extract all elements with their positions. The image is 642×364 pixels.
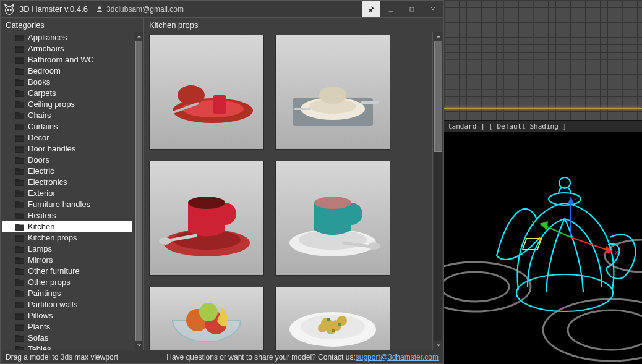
category-item[interactable]: Tables (2, 344, 132, 350)
category-item[interactable]: Other props (2, 277, 132, 288)
category-item[interactable]: Appliances (2, 32, 132, 43)
category-label: Electronics (28, 177, 67, 187)
folder-icon (15, 79, 24, 86)
category-item[interactable]: Books (2, 77, 132, 88)
title-bar[interactable]: 3D Hamster v.0.4.6 3dclubsam@gmail.com (1, 1, 443, 18)
svg-marker-115 (539, 221, 548, 230)
folder-icon (15, 179, 24, 186)
app-logo-icon (1, 1, 18, 18)
svg-rect-39 (15, 224, 19, 226)
close-button[interactable] (422, 1, 443, 17)
category-item[interactable]: Partition walls (2, 299, 132, 310)
category-item[interactable]: Furniture handles (2, 199, 132, 210)
folder-icon (15, 213, 24, 219)
category-item[interactable]: Ceiling props (2, 99, 132, 110)
category-item[interactable]: Pillows (2, 310, 132, 321)
category-item[interactable]: Mirrors (2, 255, 132, 266)
category-list[interactable]: AppliancesArmchairsBathroom and WCBedroo… (1, 32, 134, 350)
scroll-up-icon[interactable] (134, 32, 143, 41)
user-account[interactable]: 3dclubsam@gmail.com (95, 5, 184, 14)
category-item[interactable]: Other furniture (2, 266, 132, 277)
category-item[interactable]: Armchairs (2, 43, 132, 54)
svg-point-68 (178, 85, 205, 105)
folder-icon (15, 101, 24, 108)
category-label: Other furniture (28, 266, 80, 276)
category-label: Chairs (28, 111, 51, 121)
scroll-handle[interactable] (135, 41, 142, 341)
svg-rect-21 (15, 124, 19, 125)
svg-point-1 (7, 9, 9, 11)
svg-text:z: z (574, 195, 578, 203)
thumbnail-fruit-bowl[interactable] (149, 287, 264, 350)
thumbnail-red-dinnerware-set[interactable] (149, 35, 264, 150)
folder-icon (15, 246, 24, 253)
svg-rect-5 (15, 35, 19, 36)
maximize-icon (408, 6, 416, 13)
svg-rect-51 (15, 290, 19, 292)
category-label: Ceiling props (28, 99, 75, 109)
svg-rect-47 (15, 268, 19, 270)
thumbnail-red-cup-saucer[interactable] (149, 161, 264, 276)
thumbnail-beige-dinnerware-set[interactable] (275, 35, 390, 150)
category-item[interactable]: Kitchen (2, 221, 132, 232)
category-item[interactable]: Decor (2, 132, 132, 143)
maximize-button[interactable] (401, 1, 422, 17)
category-item[interactable]: Chairs (2, 110, 132, 121)
folder-icon (15, 157, 24, 164)
category-item[interactable]: Exterior (2, 188, 132, 199)
category-label: Sofas (28, 333, 48, 343)
svg-rect-11 (15, 68, 19, 70)
category-item[interactable]: Electric (2, 166, 132, 177)
svg-rect-59 (15, 335, 19, 337)
folder-icon (15, 112, 24, 119)
category-item[interactable]: Door handles (2, 143, 132, 154)
scroll-handle[interactable] (434, 41, 442, 152)
minimize-icon (387, 6, 395, 13)
svg-rect-75 (361, 101, 379, 104)
scroll-down-icon[interactable] (433, 341, 443, 350)
category-item[interactable]: Kitchen props (2, 232, 132, 243)
svg-line-111 (571, 237, 610, 251)
scroll-down-icon[interactable] (134, 341, 143, 350)
thumbnail-grid (144, 32, 432, 350)
scroll-up-icon[interactable] (433, 32, 443, 41)
category-label: Paintings (28, 289, 61, 298)
category-item[interactable]: Electronics (2, 177, 132, 188)
category-label: Armchairs (28, 44, 64, 54)
minimize-button[interactable] (380, 1, 401, 17)
category-label: Furniture handles (28, 200, 90, 210)
category-scrollbar[interactable] (134, 32, 143, 350)
svg-rect-117 (523, 239, 542, 250)
category-item[interactable]: Sofas (2, 332, 132, 344)
category-label: Kitchen props (28, 233, 77, 243)
svg-rect-45 (15, 257, 19, 259)
viewport-label[interactable]: tandard ] [ Default Shading ] (444, 120, 642, 132)
viewport-grid-top[interactable] (444, 0, 642, 120)
close-icon (429, 6, 437, 13)
category-item[interactable]: Curtains (2, 121, 132, 132)
category-label: Appliances (28, 33, 67, 43)
svg-point-97 (327, 318, 330, 321)
category-item[interactable]: Lamps (2, 243, 132, 255)
svg-rect-61 (15, 346, 19, 348)
category-item[interactable]: Plants (2, 321, 132, 332)
category-label: Curtains (28, 122, 58, 132)
max-viewport[interactable]: tandard ] [ Default Shading ] (444, 0, 642, 364)
pin-button[interactable] (362, 1, 380, 17)
category-item[interactable]: Heaters (2, 210, 132, 221)
thumbnail-pasta-plate[interactable] (275, 287, 390, 350)
category-label: Decor (28, 133, 49, 143)
category-item[interactable]: Bedroom (2, 66, 132, 77)
folder-icon (15, 124, 24, 130)
folder-icon (15, 168, 24, 175)
category-item[interactable]: Bathroom and WC (2, 54, 132, 66)
thumbnail-scrollbar[interactable] (432, 32, 443, 350)
folder-icon (15, 190, 24, 197)
svg-line-114 (543, 225, 571, 237)
category-item[interactable]: Doors (2, 154, 132, 166)
support-link[interactable]: support@3dhamster.com (356, 353, 439, 362)
viewport-perspective[interactable]: z x y (444, 132, 642, 364)
category-item[interactable]: Carpets (2, 88, 132, 99)
category-item[interactable]: Paintings (2, 288, 132, 299)
thumbnail-teal-cup-saucer[interactable] (275, 161, 390, 276)
